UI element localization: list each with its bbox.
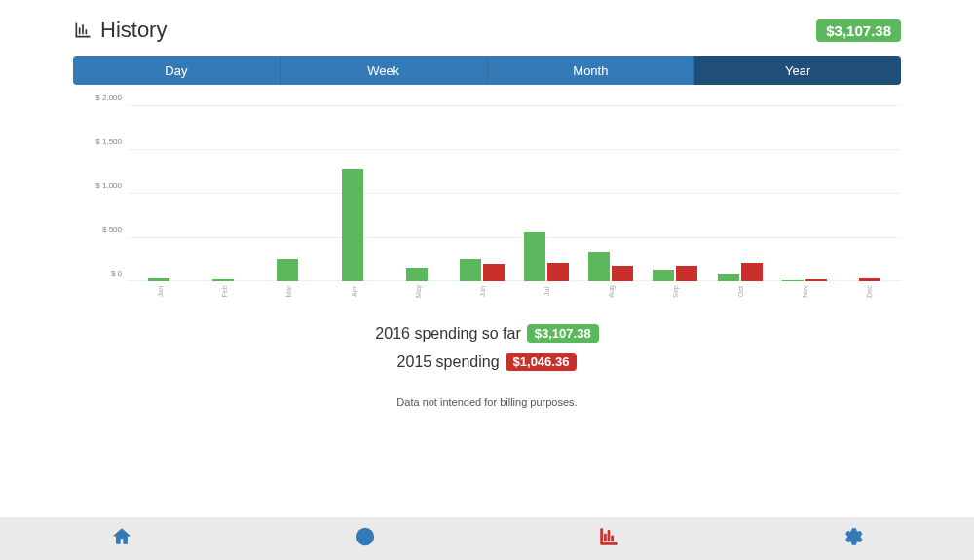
bar-group	[837, 106, 901, 281]
y-axis-tick: $ 0	[111, 269, 122, 278]
page-header: History $3,107.38	[73, 18, 901, 43]
tab-week[interactable]: Week	[281, 56, 488, 85]
bar-2015	[859, 278, 880, 282]
bar-group	[579, 106, 643, 281]
bar-group	[321, 106, 386, 281]
chart-bar-icon	[73, 20, 93, 40]
x-axis-label: Jun	[478, 286, 485, 297]
x-axis-label: Sep	[672, 285, 679, 297]
x-axis-label: Jul	[543, 287, 550, 296]
summary-2015-badge: $1,046.36	[506, 353, 578, 371]
summary-2015-label: 2015 spending	[397, 354, 500, 371]
bar-group	[772, 106, 837, 281]
bar-group	[192, 106, 256, 281]
x-axis-label: Jan	[157, 286, 164, 297]
summary-block: 2016 spending so far $3,107.38 2015 spen…	[73, 324, 901, 371]
bottom-nav	[0, 517, 974, 560]
bar-group	[643, 106, 707, 281]
bar-2015	[741, 263, 763, 281]
bar-group	[256, 106, 320, 281]
bar-2015	[547, 263, 569, 281]
disclaimer-text: Data not intended for billing purposes.	[73, 396, 901, 408]
x-axis-label: Mar	[285, 285, 292, 297]
x-axis-label: Feb	[221, 285, 228, 297]
y-axis-tick: $ 1,500	[95, 137, 122, 146]
tab-day[interactable]: Day	[73, 56, 281, 85]
bar-2016	[653, 270, 674, 281]
x-axis-label: Dec	[865, 285, 872, 297]
page-title: History	[100, 18, 167, 43]
nav-settings[interactable]	[730, 517, 974, 560]
gear-icon	[842, 526, 863, 551]
bar-group	[708, 106, 772, 281]
nav-home[interactable]	[0, 517, 244, 560]
summary-2016-badge: $3,107.38	[527, 324, 599, 343]
x-axis-label: May	[414, 285, 421, 298]
bar-group	[386, 106, 450, 281]
bar-2016	[718, 274, 739, 281]
chart-bar-icon	[598, 526, 619, 551]
x-axis-label: Aug	[608, 285, 615, 297]
clock-icon	[355, 526, 376, 551]
y-axis-tick: $ 500	[102, 225, 122, 234]
summary-2016-label: 2016 spending so far	[375, 325, 520, 343]
bar-group	[450, 106, 514, 281]
spending-chart: $ 0$ 500$ 1,000$ 1,500$ 2,000 JanFebMarA…	[93, 106, 901, 301]
home-icon	[111, 526, 132, 551]
y-axis-tick: $ 2,000	[95, 93, 122, 102]
period-tabs: Day Week Month Year	[73, 56, 901, 85]
bar-2015	[676, 266, 697, 281]
bar-2015	[612, 266, 633, 281]
nav-history[interactable]	[487, 517, 730, 560]
bar-2016	[782, 280, 804, 281]
bar-2016	[460, 259, 481, 281]
nav-live[interactable]	[244, 517, 487, 560]
bar-2015	[805, 279, 827, 281]
bar-2016	[406, 268, 428, 281]
bar-2016	[148, 278, 169, 281]
tab-month[interactable]: Month	[488, 56, 695, 85]
x-axis-label: Oct	[736, 286, 743, 297]
bar-2016	[342, 169, 363, 281]
bar-group	[514, 106, 579, 281]
bar-2016	[588, 252, 610, 281]
total-amount-badge: $3,107.38	[816, 19, 901, 42]
y-axis-tick: $ 1,000	[95, 181, 122, 190]
x-axis-label: Nov	[801, 285, 807, 297]
bar-2016	[524, 232, 545, 281]
bar-2016	[277, 259, 298, 281]
tab-year[interactable]: Year	[694, 56, 901, 85]
bar-2016	[212, 279, 234, 281]
x-axis-label: Apr	[350, 286, 356, 297]
bar-group	[128, 106, 192, 281]
bar-2015	[483, 264, 505, 281]
